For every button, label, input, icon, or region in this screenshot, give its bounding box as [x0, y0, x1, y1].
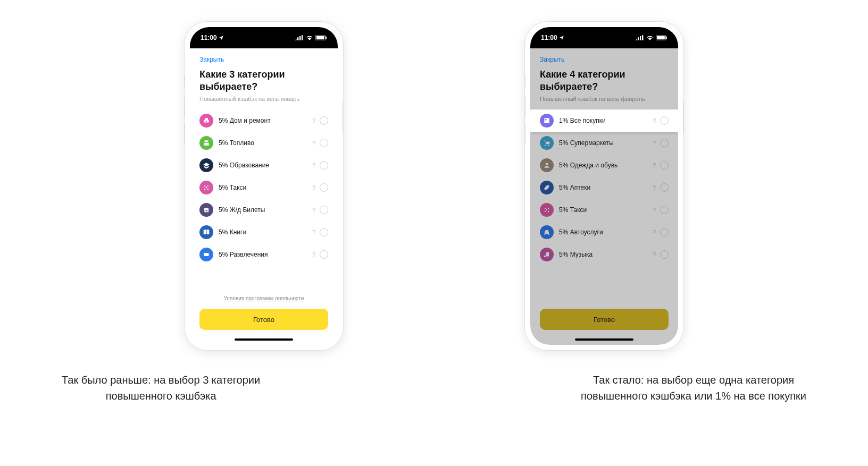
- svg-rect-2: [299, 36, 301, 40]
- category-item[interactable]: 5% Супермаркеты ?: [540, 132, 669, 154]
- help-icon[interactable]: ?: [653, 117, 656, 124]
- category-item[interactable]: 1% Все покупки ?: [530, 109, 678, 132]
- help-icon[interactable]: ?: [312, 162, 315, 168]
- category-icon: [540, 158, 554, 172]
- category-label: 1% Все покупки: [559, 117, 647, 124]
- radio-button[interactable]: [320, 206, 328, 214]
- category-icon: [540, 136, 554, 150]
- phone-before: 11:00 Закрыть Какие 3 категории выбирает…: [184, 21, 344, 351]
- category-label: 5% Аптеки: [559, 184, 647, 191]
- category-list: 5% Дом и ремонт ? 5% Топливо ? 5% Образо…: [199, 109, 328, 290]
- category-item[interactable]: 5% Такси ?: [199, 176, 328, 199]
- category-icon: [540, 203, 554, 217]
- category-label: 5% Дом и ремонт: [219, 117, 307, 124]
- svg-rect-16: [638, 37, 639, 40]
- svg-point-30: [546, 209, 547, 210]
- svg-rect-20: [657, 36, 665, 40]
- category-item[interactable]: 5% Автоуслуги ?: [540, 221, 669, 243]
- help-icon[interactable]: ?: [653, 184, 656, 191]
- category-item[interactable]: 5% Аптеки ?: [540, 176, 669, 199]
- status-time: 11:00: [541, 34, 557, 41]
- category-icon: [540, 114, 554, 128]
- category-icon: [199, 114, 213, 128]
- category-item[interactable]: 5% Дом и ремонт ?: [199, 109, 328, 132]
- svg-point-22: [545, 145, 546, 146]
- radio-button[interactable]: [320, 228, 328, 236]
- radio-button[interactable]: [660, 139, 669, 147]
- radio-button[interactable]: [320, 116, 328, 125]
- help-icon[interactable]: ?: [653, 162, 656, 168]
- category-item[interactable]: 5% Топливо ?: [199, 132, 328, 154]
- radio-button[interactable]: [660, 116, 669, 125]
- help-icon[interactable]: ?: [653, 229, 656, 235]
- radio-button[interactable]: [660, 206, 669, 214]
- category-label: 5% Развлечения: [219, 251, 307, 258]
- svg-point-24: [546, 163, 548, 165]
- terms-link[interactable]: Условия программы лояльности: [199, 295, 328, 301]
- svg-point-25: [544, 184, 550, 191]
- home-indicator[interactable]: [235, 338, 293, 341]
- svg-point-23: [548, 145, 549, 146]
- page-title: Какие 4 категории выбираете?: [540, 69, 669, 92]
- phone-after: 11:00 Закрыть Какие 4 категории выбирает…: [524, 21, 684, 351]
- page-subtitle: Повышенный кэшбэк на весь февраль: [540, 96, 669, 102]
- svg-rect-21: [666, 37, 667, 39]
- radio-button[interactable]: [660, 183, 669, 192]
- radio-button[interactable]: [320, 161, 328, 170]
- category-item[interactable]: 5% Музыка ?: [540, 243, 669, 266]
- svg-rect-5: [316, 36, 324, 40]
- svg-point-11: [206, 187, 207, 188]
- radio-button[interactable]: [660, 228, 669, 236]
- phone-notch: [570, 27, 639, 42]
- svg-point-27: [548, 208, 549, 209]
- svg-point-7: [204, 185, 205, 187]
- help-icon[interactable]: ?: [312, 229, 315, 235]
- battery-icon: [656, 35, 667, 40]
- radio-button[interactable]: [660, 161, 669, 170]
- category-item[interactable]: 5% Такси ?: [540, 199, 669, 221]
- category-label: 5% Музыка: [559, 251, 647, 258]
- category-icon: [540, 248, 554, 261]
- help-icon[interactable]: ?: [653, 207, 656, 213]
- svg-rect-1: [297, 37, 298, 40]
- svg-rect-3: [302, 35, 303, 40]
- category-item[interactable]: 5% Книги ?: [199, 221, 328, 243]
- category-icon: [199, 225, 213, 239]
- category-item[interactable]: 5% Ж/д Билеты ?: [199, 199, 328, 221]
- location-icon: [219, 35, 224, 40]
- caption-after: Так стало: на выбор еще одна категорияпо…: [581, 372, 806, 404]
- radio-button[interactable]: [320, 250, 328, 259]
- svg-rect-18: [642, 35, 643, 40]
- category-icon: [199, 181, 213, 194]
- category-item[interactable]: 5% Развлечения ?: [199, 243, 328, 266]
- category-item[interactable]: 5% Образование ?: [199, 154, 328, 176]
- home-indicator[interactable]: [575, 338, 633, 341]
- category-label: 5% Такси: [219, 184, 307, 191]
- radio-button[interactable]: [660, 250, 669, 259]
- svg-point-29: [548, 211, 549, 212]
- caption-before: Так было раньше: на выбор 3 категориипов…: [62, 372, 260, 404]
- category-icon: [540, 181, 554, 194]
- svg-point-9: [204, 189, 205, 190]
- radio-button[interactable]: [320, 139, 328, 147]
- phone-notch: [229, 27, 298, 42]
- help-icon[interactable]: ?: [312, 117, 315, 124]
- help-icon[interactable]: ?: [312, 207, 315, 213]
- category-label: 5% Топливо: [219, 139, 307, 147]
- svg-rect-6: [326, 37, 327, 39]
- help-icon[interactable]: ?: [312, 251, 315, 258]
- help-icon[interactable]: ?: [312, 140, 315, 146]
- done-button[interactable]: Готово: [199, 309, 328, 330]
- svg-point-14: [207, 254, 208, 255]
- help-icon[interactable]: ?: [312, 184, 315, 191]
- svg-point-8: [207, 185, 208, 187]
- help-icon[interactable]: ?: [653, 251, 656, 258]
- category-item[interactable]: 5% Одежда и обувь ?: [540, 154, 669, 176]
- help-icon[interactable]: ?: [653, 140, 656, 146]
- done-button[interactable]: Готово: [540, 309, 669, 330]
- svg-point-28: [545, 211, 546, 212]
- radio-button[interactable]: [320, 183, 328, 192]
- close-link[interactable]: Закрыть: [199, 56, 328, 63]
- category-icon: [199, 203, 213, 217]
- close-link[interactable]: Закрыть: [540, 56, 669, 63]
